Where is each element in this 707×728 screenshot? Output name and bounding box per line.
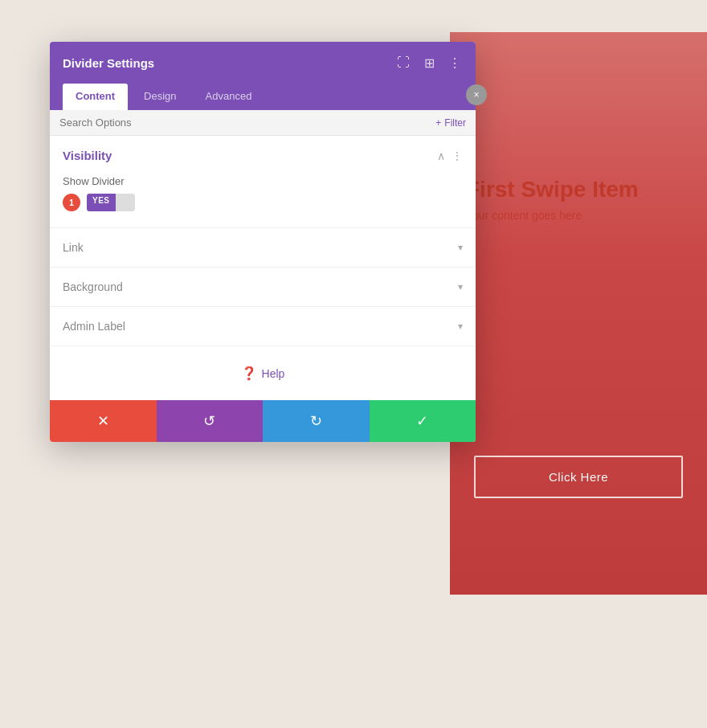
cancel-button[interactable]: ✕ xyxy=(50,400,157,442)
admin-label-chevron-icon: ▾ xyxy=(458,321,463,332)
modal-title: Divider Settings xyxy=(63,56,154,70)
preview-title: First Swipe Item xyxy=(466,177,691,202)
background-section: Background ▾ xyxy=(50,268,476,307)
visibility-section-header: Visibility ∧ ⋮ xyxy=(50,136,476,172)
save-icon: ✓ xyxy=(416,412,428,430)
reset-button[interactable]: ↺ xyxy=(157,400,264,442)
visibility-more-icon[interactable]: ⋮ xyxy=(452,149,463,162)
divider-settings-modal: Divider Settings ⛶ ⊞ ⋮ Content Design Ad… xyxy=(50,42,476,442)
swipe-background xyxy=(450,32,707,595)
redo-button[interactable]: ↻ xyxy=(263,400,370,442)
columns-icon[interactable]: ⊞ xyxy=(421,55,437,71)
toggle-yes-option[interactable]: YES xyxy=(87,194,116,211)
step-badge: 1 xyxy=(63,194,80,211)
fullscreen-icon[interactable]: ⛶ xyxy=(395,55,411,71)
link-section-title: Link xyxy=(63,241,84,254)
header-icons: ⛶ ⊞ ⋮ xyxy=(395,55,463,71)
admin-label-section-title: Admin Label xyxy=(63,320,125,333)
toggle-no-option[interactable] xyxy=(116,194,135,211)
background-section-title: Background xyxy=(63,280,123,293)
modal-header: Divider Settings ⛶ ⊞ ⋮ xyxy=(50,42,476,84)
filter-button[interactable]: + Filter xyxy=(435,117,466,129)
preview-subtitle: Your content goes here xyxy=(466,209,691,222)
tab-design[interactable]: Design xyxy=(131,84,189,110)
visibility-collapse-icon[interactable]: ∧ xyxy=(437,149,445,162)
modal-footer: ✕ ↺ ↻ ✓ xyxy=(50,400,476,442)
filter-label: Filter xyxy=(444,117,466,129)
link-chevron-icon: ▾ xyxy=(458,242,463,253)
toggle-row: 1 YES xyxy=(63,194,463,211)
preview-click-here-button[interactable]: Click Here xyxy=(474,456,683,498)
preview-panel: First Swipe Item Your content goes here … xyxy=(450,32,707,595)
link-section: Link ▾ xyxy=(50,228,476,268)
save-button[interactable]: ✓ xyxy=(370,400,476,442)
redo-icon: ↻ xyxy=(310,412,322,430)
modal-tabs: Content Design Advanced xyxy=(50,84,476,110)
modal-body: Visibility ∧ ⋮ Show Divider 1 YES xyxy=(50,136,476,400)
background-section-header[interactable]: Background ▾ xyxy=(50,268,476,306)
filter-icon: + xyxy=(435,117,441,129)
tab-content[interactable]: Content xyxy=(63,84,128,110)
help-section: ❓ Help xyxy=(50,346,476,400)
tab-advanced[interactable]: Advanced xyxy=(193,84,265,110)
outside-close-button[interactable]: × xyxy=(466,84,487,105)
background-chevron-icon: ▾ xyxy=(458,281,463,292)
admin-label-section-header[interactable]: Admin Label ▾ xyxy=(50,307,476,346)
visibility-section-icons: ∧ ⋮ xyxy=(437,149,463,162)
cancel-icon: ✕ xyxy=(97,412,109,430)
help-label[interactable]: Help xyxy=(262,367,285,380)
search-input[interactable] xyxy=(59,117,435,129)
visibility-section-title: Visibility xyxy=(63,149,112,162)
link-section-header[interactable]: Link ▾ xyxy=(50,228,476,267)
show-divider-row: Show Divider 1 YES xyxy=(50,172,476,227)
yes-no-toggle[interactable]: YES xyxy=(87,194,135,211)
reset-icon: ↺ xyxy=(203,412,215,430)
search-bar: + Filter xyxy=(50,110,476,136)
visibility-section: Visibility ∧ ⋮ Show Divider 1 YES xyxy=(50,136,476,228)
help-icon: ❓ xyxy=(241,366,257,381)
preview-content: First Swipe Item Your content goes here xyxy=(466,177,691,222)
admin-label-section: Admin Label ▾ xyxy=(50,307,476,346)
show-divider-label: Show Divider xyxy=(63,175,463,187)
more-options-icon[interactable]: ⋮ xyxy=(447,55,463,71)
